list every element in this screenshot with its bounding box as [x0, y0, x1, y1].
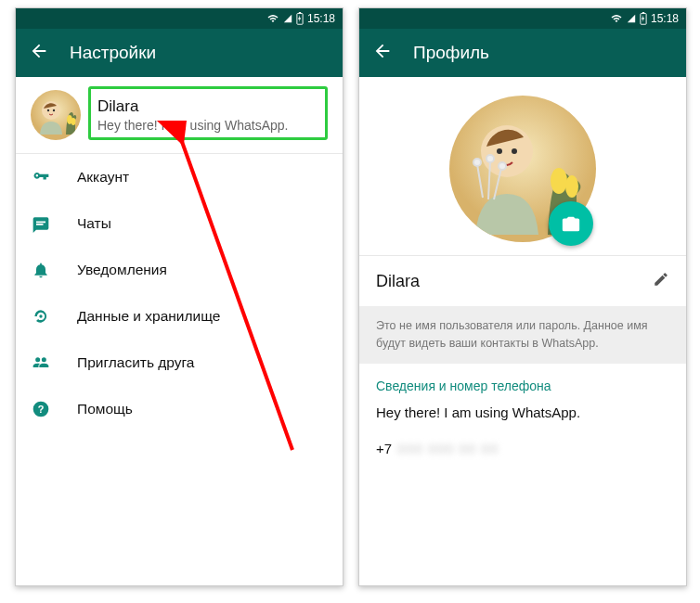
app-bar: Профиль: [359, 29, 686, 77]
svg-point-8: [39, 314, 42, 317]
svg-point-15: [497, 148, 502, 154]
settings-item-label: Уведомления: [77, 262, 167, 278]
settings-item-label: Данные и хранилище: [77, 308, 220, 325]
name-hint: Это не имя пользователя или пароль. Данн…: [359, 306, 686, 364]
about-text[interactable]: Hey there! I am using WhatsApp.: [376, 404, 669, 420]
chat-icon: [31, 214, 51, 233]
wifi-icon: [266, 13, 279, 24]
signal-icon: [283, 13, 292, 24]
camera-icon: [561, 213, 581, 234]
profile-hero: [359, 77, 686, 255]
app-bar: Настройки: [16, 29, 343, 77]
svg-point-4: [47, 109, 49, 111]
bell-icon: [31, 261, 51, 279]
edit-icon[interactable]: [653, 271, 669, 291]
settings-item-invite[interactable]: Пригласить друга: [16, 340, 343, 386]
profile-name: Dilara: [376, 272, 420, 291]
settings-content: Dilara Hey there! I am using WhatsApp. А…: [16, 77, 343, 432]
phone-masked: 000 000 00 00: [397, 441, 499, 456]
status-time: 15:18: [651, 12, 679, 25]
profile-row[interactable]: Dilara Hey there! I am using WhatsApp.: [16, 77, 343, 153]
settings-item-chats[interactable]: Чаты: [16, 200, 343, 247]
signal-icon: [627, 13, 636, 24]
svg-rect-12: [642, 12, 644, 14]
svg-point-5: [53, 109, 55, 111]
back-icon[interactable]: [372, 41, 393, 65]
svg-point-22: [486, 155, 494, 162]
battery-icon: [296, 12, 304, 25]
settings-screen: 15:18 Настройки: [15, 7, 344, 586]
status-time: 15:18: [307, 12, 335, 25]
settings-item-label: Аккаунт: [77, 169, 129, 186]
help-icon: ?: [31, 400, 51, 418]
settings-item-help[interactable]: ? Помощь: [16, 386, 343, 432]
settings-item-label: Пригласить друга: [77, 354, 194, 371]
svg-point-16: [512, 148, 517, 154]
profile-status: Hey there! I am using WhatsApp.: [97, 118, 288, 133]
people-icon: [31, 353, 51, 372]
profile-screen: 15:18 Профиль: [358, 7, 687, 586]
settings-item-notifications[interactable]: Уведомления: [16, 247, 343, 293]
battery-icon: [640, 12, 647, 25]
key-icon: [31, 168, 51, 186]
settings-item-data[interactable]: Данные и хранилище: [16, 293, 343, 340]
svg-text:?: ?: [38, 404, 45, 415]
name-row[interactable]: Dilara: [359, 256, 686, 306]
settings-item-label: Чаты: [77, 215, 111, 232]
svg-rect-1: [299, 12, 301, 14]
svg-point-20: [473, 159, 481, 166]
svg-point-7: [71, 118, 76, 125]
page-title: Профиль: [413, 43, 489, 63]
settings-item-label: Помощь: [77, 401, 133, 417]
info-section: Сведения и номер телефона Hey there! I a…: [359, 364, 686, 471]
back-icon[interactable]: [29, 41, 49, 65]
wifi-icon: [610, 13, 623, 24]
profile-name: Dilara: [97, 97, 288, 116]
page-title: Настройки: [70, 43, 156, 63]
info-label: Сведения и номер телефона: [376, 378, 669, 393]
phone-number[interactable]: +7 000 000 00 00: [376, 441, 669, 456]
phone-prefix: +7: [376, 441, 392, 456]
svg-point-17: [551, 168, 567, 194]
data-icon: [31, 307, 51, 326]
avatar: [31, 90, 81, 140]
status-bar: 15:18: [359, 8, 686, 29]
status-bar: 15:18: [16, 8, 343, 29]
svg-point-18: [565, 175, 578, 198]
change-photo-button[interactable]: [549, 201, 593, 246]
settings-item-account[interactable]: Аккаунт: [16, 154, 343, 200]
svg-point-24: [499, 162, 506, 170]
